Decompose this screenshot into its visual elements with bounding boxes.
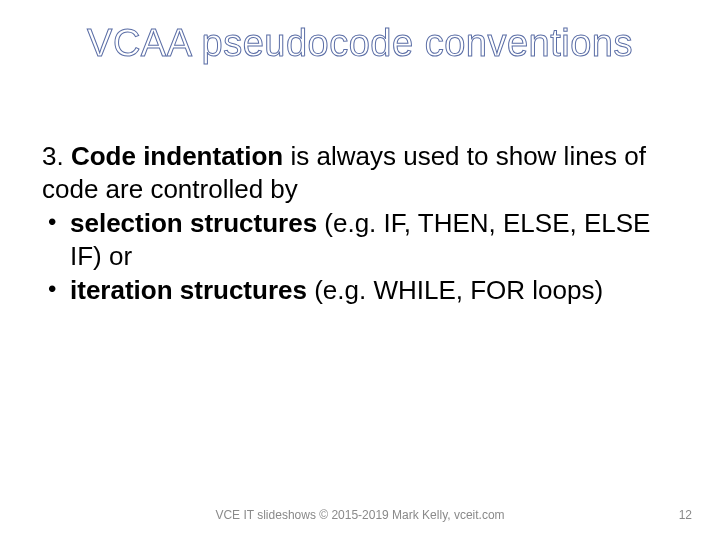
intro-bold: Code indentation bbox=[71, 141, 283, 171]
intro-paragraph: 3. Code indentation is always used to sh… bbox=[42, 140, 678, 205]
page-number: 12 bbox=[679, 508, 692, 522]
list-item: iteration structures (e.g. WHILE, FOR lo… bbox=[42, 274, 678, 307]
bullet-list: selection structures (e.g. IF, THEN, ELS… bbox=[42, 207, 678, 307]
bullet-bold: selection structures bbox=[70, 208, 317, 238]
slide-title: VCAA pseudocode conventions bbox=[0, 0, 720, 65]
slide-body: 3. Code indentation is always used to sh… bbox=[42, 140, 678, 307]
slide: VCAA pseudocode conventions 3. Code inde… bbox=[0, 0, 720, 540]
list-item: selection structures (e.g. IF, THEN, ELS… bbox=[42, 207, 678, 272]
footer-text: VCE IT slideshows © 2015-2019 Mark Kelly… bbox=[0, 508, 720, 522]
intro-number: 3. bbox=[42, 141, 71, 171]
slide-footer: VCE IT slideshows © 2015-2019 Mark Kelly… bbox=[0, 508, 720, 522]
bullet-bold: iteration structures bbox=[70, 275, 307, 305]
bullet-rest: (e.g. WHILE, FOR loops) bbox=[307, 275, 603, 305]
